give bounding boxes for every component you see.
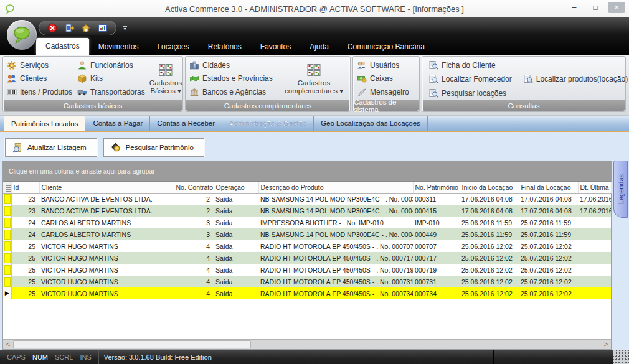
search-doc-icon: [428, 60, 438, 70]
column-header-inicio[interactable]: Inicio da Locação: [460, 182, 519, 193]
num-indicator: NUM: [32, 353, 48, 361]
scroll-left-icon[interactable]: <: [3, 340, 13, 349]
ribbon-item-clientes[interactable]: Clientes: [4, 73, 75, 84]
close-red-icon[interactable]: [47, 23, 57, 33]
ribbon-item-kits[interactable]: Kits: [75, 73, 144, 84]
table-row[interactable]: 24CARLOS ALBERTO MARTINS3SaídaNB SAMSUNG…: [3, 228, 611, 240]
employee-icon: [77, 60, 87, 70]
ribbon-tab-ajuda[interactable]: Ajuda: [300, 39, 338, 55]
ribbon-item-bancos-agencias[interactable]: Bancos e Agências: [187, 86, 279, 98]
column-chooser-icon[interactable]: [6, 185, 11, 192]
ribbon-item-caixas[interactable]: Caixas: [354, 73, 418, 84]
table-row[interactable]: 24CARLOS ALBERTO MARTINS3SaídaIMPRESSORA…: [3, 217, 611, 228]
table-row[interactable]: 23BANCO ACTIVA DE EVENTOS LTDA.2SaídaNB …: [3, 205, 611, 217]
ribbon-item-label: Estados e Províncias: [202, 74, 273, 83]
cell: 25.07.2016 12:02: [519, 264, 578, 276]
ribbon-tab-cadastros[interactable]: Cadastros: [36, 38, 89, 55]
ribbon-tab-comunicacao-bancaria[interactable]: Comunicação Bancária: [338, 39, 434, 55]
close-button[interactable]: ×: [608, 2, 625, 13]
cell: Saída: [214, 252, 258, 264]
ribbon-item-servicos[interactable]: Serviços: [4, 60, 75, 71]
cell: VICTOR HUGO MARTINS: [39, 276, 174, 287]
resize-grip[interactable]: [613, 350, 629, 364]
column-header-cliente[interactable]: Cliente: [39, 182, 174, 193]
pesquisar-patrimonio-button[interactable]: Pesquisar Patrimônio: [103, 138, 204, 157]
ribbon-tab-locacoes[interactable]: Locações: [148, 39, 198, 55]
row-legend-indicator: [4, 230, 11, 240]
ribbon-bigbutton-cadastros-complementares[interactable]: Cadastros complementares ▾: [279, 58, 349, 100]
table-row-selected[interactable]: ▶25VICTOR HUGO MARTINS4SaídaRADIO HT MOT…: [3, 287, 611, 299]
bank-icon: [189, 87, 199, 97]
cell: Saída: [214, 287, 258, 299]
cell: 25: [11, 276, 39, 287]
ribbon-tab-movimentos[interactable]: Movimentos: [89, 39, 148, 55]
scrollbar-thumb[interactable]: [13, 340, 251, 348]
cell: 25.07.2016 11:59: [519, 228, 578, 240]
cell: 25.06.2016 12:02: [460, 287, 519, 299]
horizontal-scrollbar[interactable]: < >: [3, 339, 611, 349]
cell: IMPRESSORA BHOTHER - . No. IMP-010: [258, 217, 413, 228]
column-header-ultima-medicao[interactable]: Dt. Última Medi: [578, 182, 611, 193]
ribbon-item-localizar-produtos-locacao[interactable]: Localizar produtos(locação): [521, 73, 629, 85]
tab-administracao-gestao[interactable]: Administração & Gestão: [222, 116, 314, 131]
cell: BANCO ACTIVA DE EVENTOS LTDA.: [39, 193, 174, 205]
gear-icon: [7, 60, 17, 70]
tab-contas-a-pagar[interactable]: Contas a Pagar: [86, 116, 150, 131]
status-bar: CAPS NUM SCRL INS Versão: 3.0.1.68 Build…: [0, 350, 629, 364]
ribbon-tab-relatorios[interactable]: Relatórios: [199, 39, 251, 55]
ribbon-group-caption: Cadastros de sistema: [354, 100, 419, 111]
column-header-descricao[interactable]: Descrição do Produto: [258, 182, 413, 193]
ribbon-item-funcionarios[interactable]: Funcionários: [75, 60, 144, 71]
cell: [578, 217, 611, 228]
legendas-side-tab[interactable]: Legendas: [613, 161, 628, 218]
group-by-panel[interactable]: Clique em uma coluna e arraste aqui para…: [3, 161, 611, 182]
scroll-right-icon[interactable]: >: [601, 340, 611, 349]
column-header-operacao[interactable]: Operação: [214, 182, 258, 193]
bigbutton-label: Cadastros complementares: [285, 79, 338, 95]
application-menu-button[interactable]: [7, 20, 37, 50]
tab-patrimonios-locados[interactable]: Patrimônios Locados: [4, 116, 85, 131]
table-row[interactable]: 25VICTOR HUGO MARTINS4SaídaRADIO HT MOTO…: [3, 264, 611, 276]
ribbon-item-localizar-fornecedor[interactable]: Localizar Fornecedor: [426, 73, 514, 85]
row-legend-indicator: [4, 265, 11, 275]
table-row[interactable]: 25VICTOR HUGO MARTINS4SaídaRADIO HT MOTO…: [3, 276, 611, 287]
ribbon-item-itens-produtos[interactable]: Itens / Produtos: [4, 86, 75, 98]
ribbon-bigbutton-cadastros-basicos[interactable]: Cadastros Básicos ▾: [144, 58, 187, 100]
ribbon-item-ficha-do-cliente[interactable]: Ficha do Cliente: [426, 60, 498, 71]
table-row[interactable]: 25VICTOR HUGO MARTINS4SaídaRADIO HT MOTO…: [3, 252, 611, 264]
atualizar-listagem-button[interactable]: Atualizar Listagem: [5, 138, 97, 157]
cell: 24: [11, 217, 39, 228]
chart-icon[interactable]: [98, 23, 108, 33]
toolbar-options-icon[interactable]: ▾: [123, 26, 127, 31]
maximize-button[interactable]: □: [587, 2, 604, 13]
home-icon[interactable]: [81, 23, 91, 33]
ribbon-item-transportadoras[interactable]: Transportadoras: [75, 86, 144, 98]
ribbon-item-estados-provincias[interactable]: Estados e Províncias: [187, 73, 279, 84]
ribbon-item-usuarios[interactable]: Usuários: [354, 60, 418, 71]
chevron-down-icon: ▾: [339, 87, 343, 95]
minimize-button[interactable]: –: [565, 2, 583, 13]
column-header-patrimonio[interactable]: No. Patrimônio: [413, 182, 460, 193]
ribbon-item-label: Transportadoras: [90, 88, 145, 96]
column-header-id[interactable]: Id: [11, 182, 39, 193]
row-legend-indicator: [4, 253, 11, 263]
ribbon: Serviços Clientes Itens / Produtos Funci…: [0, 55, 629, 116]
search-doc-icon: [428, 88, 438, 98]
tab-geo-localizacao-das-locacoes[interactable]: Geo Localização das Locações: [314, 116, 428, 131]
map-icon: [189, 73, 199, 83]
statusbar-separator: [98, 350, 98, 364]
tab-contas-a-receber[interactable]: Contas a Receber: [150, 116, 222, 131]
ribbon-item-cidades[interactable]: Cidades: [187, 60, 279, 71]
column-header-contrato[interactable]: No. Contrato: [174, 182, 214, 193]
search-doc-icon: [523, 74, 533, 84]
ribbon-group-cadastros-de-sistema: Usuários Caixas Mensageiro Cadastros de …: [352, 56, 420, 112]
ribbon-tab-favoritos[interactable]: Favoritos: [251, 39, 300, 55]
ribbon-item-pesquisar-locacoes[interactable]: Pesquisar locações: [426, 88, 509, 99]
exit-icon[interactable]: [64, 23, 74, 33]
column-header-final[interactable]: Final da Locação: [519, 182, 578, 193]
grid-icon: [306, 63, 322, 77]
table-row[interactable]: 25VICTOR HUGO MARTINS4SaídaRADIO HT MOTO…: [3, 240, 611, 252]
table-row[interactable]: 23BANCO ACTIVA DE EVENTOS LTDA.2SaídaNB …: [3, 193, 611, 205]
ribbon-item-mensageiro[interactable]: Mensageiro: [354, 86, 418, 98]
cell: 17.06.2016 04:08: [460, 193, 519, 205]
